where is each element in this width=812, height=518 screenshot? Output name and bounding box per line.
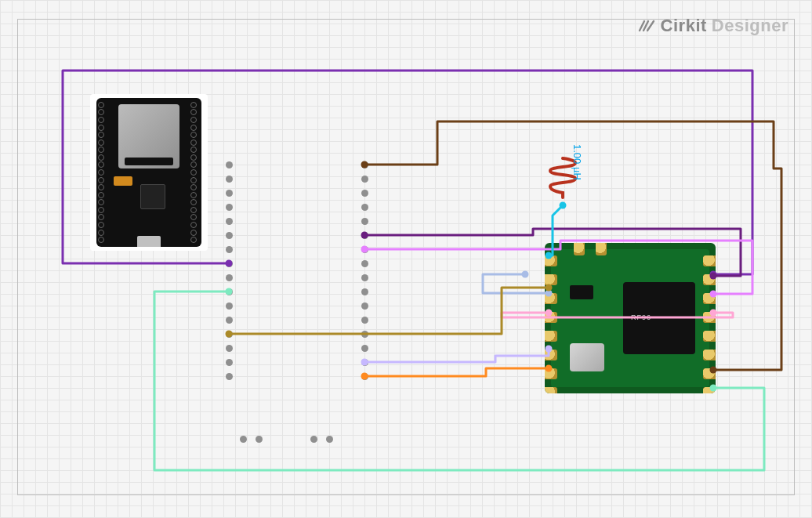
logo-text-primary: Cirkit: [661, 16, 707, 36]
header-pin[interactable]: [226, 176, 233, 183]
header-pin[interactable]: [361, 345, 368, 352]
component-rfm95[interactable]: RF96: [545, 243, 716, 393]
esp32-micro-usb: [137, 236, 161, 247]
header-pin[interactable]: [226, 331, 233, 338]
esp32-shield: [118, 104, 179, 168]
header-pin[interactable]: [361, 359, 368, 366]
header-pin[interactable]: [361, 204, 368, 211]
header-pin[interactable]: [226, 246, 233, 253]
header-pin[interactable]: [226, 359, 233, 366]
component-esp32[interactable]: [90, 94, 208, 251]
header-pin[interactable]: [226, 161, 233, 168]
header-pin[interactable]: [226, 260, 233, 267]
header-pin[interactable]: [361, 274, 368, 281]
design-canvas[interactable]: Cirkit Designer RF96 1.00 µH: [0, 0, 812, 518]
header-pin[interactable]: [361, 373, 368, 380]
header-pin[interactable]: [361, 176, 368, 183]
esp32-capacitor: [114, 176, 132, 186]
header-pin[interactable]: [361, 260, 368, 267]
header-pin[interactable]: [240, 436, 247, 443]
esp32-mcu-chip: [140, 184, 165, 209]
rfm-chip-label: RF96: [631, 313, 651, 321]
header-pin[interactable]: [226, 317, 233, 324]
header-pin[interactable]: [361, 288, 368, 295]
header-pin[interactable]: [361, 161, 368, 168]
header-pin[interactable]: [361, 302, 368, 310]
inductor-value-label: 1.00 µH: [571, 144, 583, 180]
header-pin[interactable]: [310, 436, 317, 443]
esp32-pins-right: [190, 101, 200, 244]
header-pin[interactable]: [361, 232, 368, 239]
header-pin[interactable]: [226, 288, 233, 295]
header-pin[interactable]: [361, 317, 368, 324]
header-pin[interactable]: [226, 218, 233, 225]
header-pin[interactable]: [226, 190, 233, 197]
wire-orange[interactable]: [364, 368, 549, 376]
rfm-crystal: [570, 343, 604, 371]
rfm-main-chip: RF96: [623, 282, 695, 354]
logo-text-secondary: Designer: [712, 16, 788, 36]
header-pin[interactable]: [361, 246, 368, 253]
svg-point-15: [560, 202, 567, 209]
header-pin[interactable]: [361, 331, 368, 338]
header-pin[interactable]: [226, 302, 233, 310]
esp32-pins-left: [98, 101, 107, 244]
wire-steelblue-l[interactable]: [483, 274, 549, 293]
header-pin[interactable]: [256, 436, 263, 443]
app-logo: Cirkit Designer: [637, 16, 788, 36]
header-pin[interactable]: [226, 345, 233, 352]
wire-lavender[interactable]: [364, 349, 549, 362]
header-pin[interactable]: [361, 190, 368, 197]
svg-point-13: [522, 271, 529, 278]
header-pin[interactable]: [226, 274, 233, 281]
header-pin[interactable]: [361, 218, 368, 225]
header-pin[interactable]: [226, 373, 233, 380]
esp32-pcb: [96, 98, 201, 247]
header-pin[interactable]: [326, 436, 333, 443]
wire-olive-left[interactable]: [229, 288, 549, 334]
header-pin[interactable]: [226, 232, 233, 239]
rfm-small-ic: [570, 285, 593, 299]
logo-icon: [637, 16, 656, 35]
header-pin[interactable]: [226, 204, 233, 211]
